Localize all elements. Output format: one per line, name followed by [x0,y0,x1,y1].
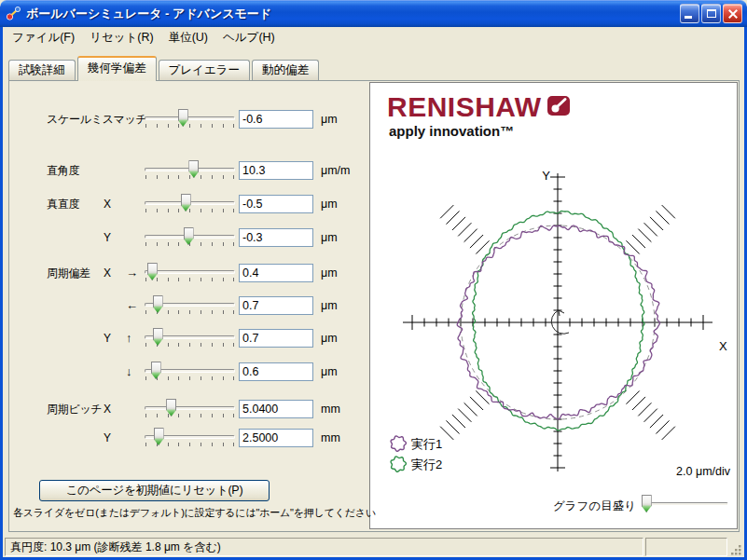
minimize-icon [685,16,692,19]
unit-label: mm [321,427,340,449]
plot-axes [403,173,712,471]
maximize-icon [707,9,716,18]
reset-page-button[interactable]: このページを初期値にリセット(P) [39,480,270,501]
resize-grip[interactable] [729,543,742,556]
input-cyclic-pitch-x[interactable] [239,400,313,418]
close-button[interactable] [723,4,742,23]
input-cyclic-error-x-forward[interactable] [239,264,313,282]
unit-label: μm [321,108,338,130]
menu-units[interactable]: 単位(U) [161,27,215,48]
slider-ticks [145,175,235,179]
slider-ticks [145,278,235,281]
label-scale-mismatch: スケールミスマッチ [47,108,147,130]
row-scale-mismatch: スケールミスマッチ μm [0,108,369,130]
axis-letter-y: Y [104,327,111,349]
input-cyclic-error-y-up[interactable] [239,329,313,348]
slider-thumb[interactable] [642,495,652,512]
slider-track[interactable] [145,406,235,410]
axis-letter-x: X [104,398,111,420]
slider-cyclic-pitch-x[interactable] [145,398,235,420]
axis-letter-x: X [104,193,111,215]
row-straightness-y: Y μm [0,226,369,249]
arrow-left-icon: ← [126,294,138,317]
title-bar[interactable]: ボールバーシミュレータ - アドバンスモード [0,0,747,27]
menu-help[interactable]: ヘルプ(H) [215,27,283,48]
minimize-button[interactable] [680,4,699,23]
status-bar: 真円度: 10.3 μm (診断残差 1.8 μm を含む) [3,537,744,557]
input-straightness-x[interactable] [239,195,313,213]
row-squareness: 直角度 μm/m [0,159,369,182]
tab-test-details[interactable]: 試験詳細 [8,60,76,80]
brand-tagline: apply innovation™ [389,123,571,139]
label-cyclic-error: 周期偏差 [47,262,90,284]
y-axis-label: Y [542,169,550,183]
legend-run1-icon [391,436,406,451]
legend-run2-label: 実行2 [411,458,442,471]
slider-track[interactable] [145,116,235,120]
row-cyclic-error-x-backward: ← μm [0,294,369,317]
legend-run2-icon [391,457,406,471]
plot-panel: RENISHAW apply innovation™ Y X 実行1 実行2 2… [369,82,738,529]
graph-scale-row: グラフの目盛り [370,494,739,518]
slider-straightness-x[interactable] [145,193,235,215]
axis-letter-y: Y [104,226,111,249]
unit-label: μm [321,262,338,284]
label-straightness: 真直度 [47,193,79,215]
unit-label: μm [321,226,338,249]
axis-letter-y: Y [104,427,111,449]
axis-letter-x: X [104,262,111,284]
arrow-up-icon: ↑ [126,327,132,349]
slider-ticks [145,124,235,128]
slider-track[interactable] [145,270,235,274]
renishaw-logomark-icon [546,95,571,117]
slider-cyclic-error-y-up[interactable] [145,327,235,349]
slider-cyclic-error-y-down[interactable] [145,361,235,383]
input-cyclic-error-y-down[interactable] [239,362,313,381]
slider-ticks [145,242,235,246]
row-cyclic-error-y-down: ↓ μm [0,361,369,383]
slider-hint-text: 各スライダをゼロ(またはデフォルト)に設定するには"ホーム"を押してください [13,506,364,520]
slider-squareness[interactable] [145,159,235,182]
slider-ticks [145,376,235,380]
unit-label: μm [321,294,338,317]
input-straightness-y[interactable] [239,228,313,247]
close-icon [727,13,739,15]
app-window: ボールバーシミュレータ - アドバンスモード ファイル(F) リセット(R) 単… [0,0,747,560]
unit-label: μm [321,193,338,215]
ballbar-polar-plot: Y X 実行1 実行2 2.0 μm/div [370,157,739,495]
tab-geometric-deviation[interactable]: 幾何学偏差 [77,56,157,81]
status-aux-pane [645,538,727,556]
maximize-button[interactable] [701,4,721,23]
label-cyclic-pitch: 周期ピッチ [47,398,102,420]
menu-bar: ファイル(F) リセット(R) 単位(U) ヘルプ(H) [3,27,744,48]
graph-scale-slider[interactable] [643,494,728,516]
menu-reset[interactable]: リセット(R) [82,27,161,48]
input-scale-mismatch[interactable] [239,110,313,129]
input-cyclic-pitch-y[interactable] [239,429,313,447]
renishaw-logo: RENISHAW apply innovation™ [387,92,571,139]
row-cyclic-error-x-forward: 周期偏差 X → μm [0,262,369,284]
slider-straightness-y[interactable] [145,226,235,249]
brand-name: RENISHAW [387,92,542,122]
tab-dynamic-deviation[interactable]: 動的偏差 [252,60,319,80]
row-cyclic-pitch-x: 周期ピッチ X mm [0,398,369,420]
input-cyclic-error-x-backward[interactable] [239,296,313,315]
status-roundness-text: 真円度: 10.3 μm (診断残差 1.8 μm を含む) [5,538,643,556]
tab-play-error[interactable]: プレイエラー [159,60,250,80]
slider-ticks [145,414,235,417]
slider-scale-mismatch[interactable] [145,108,235,130]
row-cyclic-error-y-up: Y ↑ μm [0,327,369,349]
unit-label: μm/m [321,159,351,182]
slider-track[interactable] [643,502,728,506]
menu-file[interactable]: ファイル(F) [5,27,82,48]
slider-cyclic-pitch-y[interactable] [145,427,235,449]
arrow-right-icon: → [126,262,138,284]
input-squareness[interactable] [239,161,313,180]
app-icon [6,6,21,21]
row-straightness-x: 真直度 X μm [0,193,369,215]
slider-cyclic-error-x-forward[interactable] [145,262,235,284]
arrow-down-icon: ↓ [126,361,132,383]
graph-scale-label: グラフの目盛り [553,494,636,518]
slider-cyclic-error-x-backward[interactable] [145,294,235,317]
window-title: ボールバーシミュレータ - アドバンスモード [26,6,680,22]
